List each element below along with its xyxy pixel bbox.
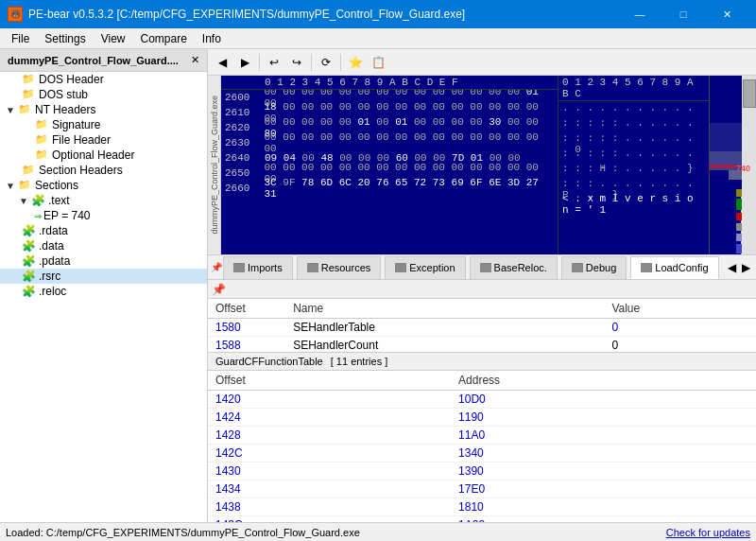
tree-item-reloc[interactable]: 🧩 .reloc: [0, 284, 207, 299]
table-row[interactable]: 1434 17E0: [208, 480, 756, 498]
redo-button[interactable]: ↪: [286, 52, 307, 73]
tree-view: 📁 DOS Header 📁 DOS stub ▼ 📁 NT Headers 📁…: [0, 72, 207, 522]
minimap-panel: 740: [709, 76, 756, 254]
bottom-col-offset: Offset: [208, 371, 451, 391]
cell-offset: 143C: [208, 516, 451, 523]
close-button[interactable]: ✕: [705, 0, 748, 28]
tree-label: .text: [48, 194, 70, 207]
hex-addr: 2620: [225, 122, 264, 133]
table-row[interactable]: 1438 1810: [208, 498, 756, 516]
tree-item-text[interactable]: ▼ 🧩 .text: [0, 193, 207, 208]
svg-rect-5: [736, 189, 742, 197]
tab-exception[interactable]: Exception: [385, 256, 465, 279]
puzzle-icon: 🧩: [21, 239, 36, 253]
tab-imports[interactable]: Imports: [223, 256, 293, 279]
table-row[interactable]: 143C 1A20: [208, 516, 756, 523]
cell-offset: 142C: [208, 445, 451, 462]
tree-item-ep[interactable]: ⇒ EP = 740: [0, 208, 207, 223]
tree-item-dos-stub[interactable]: 📁 DOS stub: [0, 87, 207, 102]
minimap-marker: 740: [736, 164, 750, 173]
table-row[interactable]: 142C 1340: [208, 445, 756, 462]
table-row[interactable]: 1428 11A0: [208, 427, 756, 445]
svg-rect-9: [736, 234, 742, 241]
cell-offset: 1428: [208, 427, 451, 445]
tab-resources[interactable]: Resources: [297, 256, 382, 279]
hex-ascii-row: . . . . . . . . . . . . . . . .: [558, 101, 709, 116]
tree-item-signature[interactable]: 📁 Signature: [0, 117, 207, 132]
tree-item-optional-header[interactable]: 📁 Optional Header: [0, 148, 207, 163]
menu-file[interactable]: File: [4, 30, 37, 47]
bottom-section: GuardCFFunctionTable [ 11 entries ] Offs…: [208, 352, 756, 522]
tree-item-rdata[interactable]: 🧩 .rdata: [0, 223, 207, 238]
table-row[interactable]: 1420 10D0: [208, 391, 756, 409]
folder-icon: 📁: [34, 148, 49, 162]
undo-button[interactable]: ↩: [264, 52, 284, 73]
tree-item-section-headers[interactable]: 📁 Section Headers: [0, 163, 207, 178]
menu-settings[interactable]: Settings: [37, 30, 93, 47]
folder-icon: 📁: [21, 73, 36, 86]
tree-item-data[interactable]: 🧩 .data: [0, 238, 207, 253]
svg-rect-1: [710, 123, 742, 151]
copy-button[interactable]: 📋: [368, 52, 388, 73]
tree-item-file-header[interactable]: 📁 File Header: [0, 132, 207, 148]
menu-view[interactable]: View: [94, 30, 133, 47]
pin-icon: 📌: [211, 262, 222, 272]
table-row[interactable]: 1588 SEHandlerCount 0: [208, 337, 756, 353]
puzzle-icon: 🧩: [21, 224, 36, 237]
title-bar: 🐻 PE-bear v0.5.3.2 [C:/temp/CFG_EXPERIME…: [0, 0, 756, 28]
hex-rows: 2600 00 00 00 00 00 00 00 00 00 00 00 00…: [221, 90, 558, 254]
hex-area: dummyPE_Control_Flow_Guard.exe 0 1 2 3 4…: [208, 76, 756, 255]
tabs-left-arrow[interactable]: ◀: [726, 259, 738, 276]
bottom-table-scroll[interactable]: Offset Address 1420 10D0 1424 1190: [208, 371, 756, 522]
puzzle-icon: 🧩: [21, 254, 36, 268]
menu-info[interactable]: Info: [195, 30, 229, 47]
tab-loadconfig[interactable]: LoadConfig: [630, 256, 718, 279]
tree-label: Section Headers: [39, 164, 123, 177]
status-text: Loaded: C:/temp/CFG_EXPERIMENTS/dummyPE_…: [6, 527, 360, 538]
svg-rect-0: [710, 76, 742, 123]
scrollbar-thumb[interactable]: [743, 79, 756, 108]
tree-label: NT Headers: [35, 103, 95, 116]
svg-rect-7: [736, 213, 742, 220]
refresh-button[interactable]: ⟳: [316, 52, 336, 73]
tab-imports-label: Imports: [248, 262, 283, 273]
hex-row: 2660 3C 9F 78 6D 6C 20 76 65 72 73 69 6F…: [221, 181, 558, 196]
back-button[interactable]: ◀: [212, 52, 232, 73]
left-panel: dummyPE_Control_Flow_Guard.... ✕ 📁 DOS H…: [0, 49, 208, 522]
col-header-value: Value: [604, 299, 756, 319]
folder-icon: 📁: [21, 88, 36, 101]
svg-rect-6: [736, 199, 742, 210]
tree-item-dos-header[interactable]: 📁 DOS Header: [0, 72, 207, 87]
table-row[interactable]: 1430 1390: [208, 462, 756, 480]
maximize-button[interactable]: □: [662, 0, 705, 28]
vertical-label: dummyPE_Control_Flow_Guard.exe: [210, 96, 219, 235]
tree-item-pdata[interactable]: 🧩 .pdata: [0, 253, 207, 269]
puzzle-icon: 🧩: [30, 194, 45, 207]
tab-basereloc[interactable]: BaseReloc.: [470, 256, 558, 279]
tree-item-sections[interactable]: ▼ 📁 Sections: [0, 178, 207, 193]
tabs-right-arrow[interactable]: ▶: [740, 259, 752, 276]
left-panel-close[interactable]: ✕: [191, 54, 199, 66]
puzzle-icon: 🧩: [21, 285, 36, 298]
menu-compare[interactable]: Compare: [133, 30, 195, 47]
forward-button[interactable]: ▶: [234, 52, 255, 73]
table-row[interactable]: 1580 SEHandlerTable 0: [208, 319, 756, 337]
folder-icon: 📁: [21, 164, 36, 177]
tree-label: DOS stub: [39, 88, 88, 101]
toolbar: ◀ ▶ ↩ ↪ ⟳ ⭐ 📋: [208, 49, 756, 76]
main-table-scroll[interactable]: Offset Name Value 1580 SEHandlerTable 0 …: [208, 299, 756, 352]
title-bar-left: 🐻 PE-bear v0.5.3.2 [C:/temp/CFG_EXPERIME…: [8, 7, 465, 22]
tree-item-rsrc[interactable]: 🧩 .rsrc: [0, 269, 207, 284]
bottom-entry-count: [ 11 entries ]: [331, 356, 388, 367]
table-row[interactable]: 1424 1190: [208, 409, 756, 427]
bottom-table: Offset Address 1420 10D0 1424 1190: [208, 371, 756, 522]
ep-arrow-icon: ⇒: [34, 211, 42, 221]
minimize-button[interactable]: —: [618, 0, 662, 28]
tab-debug[interactable]: Debug: [561, 256, 627, 279]
bookmark-button[interactable]: ⭐: [345, 52, 366, 73]
tabs-bar: 📌 Imports Resources Exception BaseReloc.…: [208, 255, 756, 280]
bottom-section-header: GuardCFFunctionTable [ 11 entries ]: [208, 353, 756, 371]
hex-ascii-row: . . . . . . . . . . . . . . . .: [558, 147, 709, 162]
update-link[interactable]: Check for updates: [666, 527, 750, 538]
tree-item-nt-headers[interactable]: ▼ 📁 NT Headers: [0, 102, 207, 117]
